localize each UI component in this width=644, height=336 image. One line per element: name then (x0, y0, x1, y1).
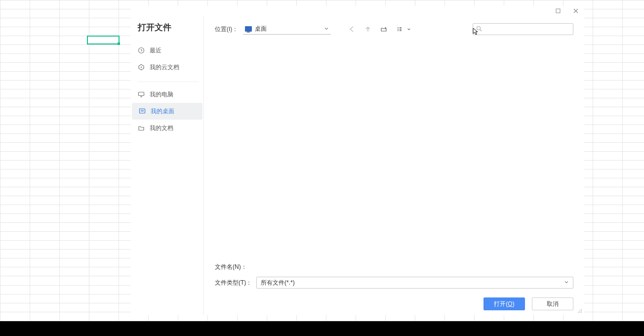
close-button[interactable] (569, 6, 582, 15)
sidebar-separator (138, 82, 199, 82)
location-label: 位置(I)： (215, 25, 238, 34)
svg-point-9 (581, 310, 582, 311)
nav-back-button[interactable] (347, 24, 358, 35)
svg-rect-4 (139, 92, 144, 96)
titlebar (131, 6, 584, 16)
desktop-small-icon (245, 26, 252, 32)
open-button[interactable]: 打开(O) (483, 297, 525, 310)
filetype-label: 文件类型(T)： (215, 279, 252, 287)
filetype-select[interactable]: 所有文件(*.*) (256, 277, 573, 289)
nav-up-button[interactable] (362, 24, 373, 35)
sidebar-item-recent[interactable]: 最近 (131, 42, 203, 59)
sidebar-item-cloud[interactable]: 我的云文档 (131, 59, 203, 76)
sidebar-item-label: 我的电脑 (150, 90, 173, 99)
sidebar-item-documents[interactable]: 我的文档 (131, 120, 203, 136)
monitor-icon (138, 91, 145, 98)
filetype-value: 所有文件(*.*) (261, 279, 295, 287)
main-panel: 位置(I)： 桌面 (204, 16, 584, 315)
bottom-panel: 文件名(N)： 文件类型(T)： 所有文件(*.*) 打开(O) (215, 259, 573, 310)
sidebar-item-label: 我的云文档 (150, 63, 179, 72)
view-mode-button[interactable] (394, 24, 405, 35)
svg-point-8 (579, 310, 580, 311)
search-box[interactable] (473, 23, 573, 35)
chevron-down-icon (564, 279, 569, 286)
search-icon (476, 26, 482, 33)
maximize-button[interactable] (552, 6, 564, 15)
dialog-title: 打开文件 (131, 19, 203, 42)
new-folder-button[interactable] (378, 24, 389, 35)
desktop-icon (139, 108, 146, 115)
location-select[interactable]: 桌面 (243, 24, 331, 35)
location-value: 桌面 (255, 25, 321, 33)
file-list-area[interactable] (215, 36, 573, 259)
sidebar-item-label: 我的文档 (150, 124, 173, 132)
sidebar-item-label: 我的桌面 (151, 107, 174, 116)
sidebar-item-computer[interactable]: 我的电脑 (131, 86, 203, 103)
toolbar: 位置(I)： 桌面 (215, 23, 573, 36)
svg-point-10 (578, 312, 579, 313)
filename-label: 文件名(N)： (215, 263, 252, 271)
folder-icon (138, 125, 145, 131)
svg-point-7 (581, 309, 582, 310)
svg-point-6 (477, 26, 481, 30)
cancel-button[interactable]: 取消 (532, 297, 573, 310)
sidebar: 打开文件 最近 我的云文档 (131, 16, 204, 315)
svg-point-12 (581, 312, 582, 313)
svg-point-11 (579, 312, 580, 313)
chevron-down-icon[interactable] (407, 26, 411, 33)
filename-input[interactable] (256, 261, 573, 273)
open-file-dialog: 打开文件 最近 我的云文档 (131, 6, 584, 315)
clock-icon (138, 47, 145, 54)
sidebar-item-label: 最近 (150, 46, 161, 55)
active-cell[interactable] (87, 36, 120, 44)
chevron-down-icon (324, 26, 329, 33)
svg-point-3 (141, 67, 142, 68)
svg-rect-0 (556, 9, 560, 13)
resize-grip[interactable] (576, 307, 582, 313)
search-input[interactable] (485, 26, 570, 33)
cloud-icon (138, 64, 145, 71)
sidebar-item-desktop[interactable]: 我的桌面 (132, 103, 202, 120)
